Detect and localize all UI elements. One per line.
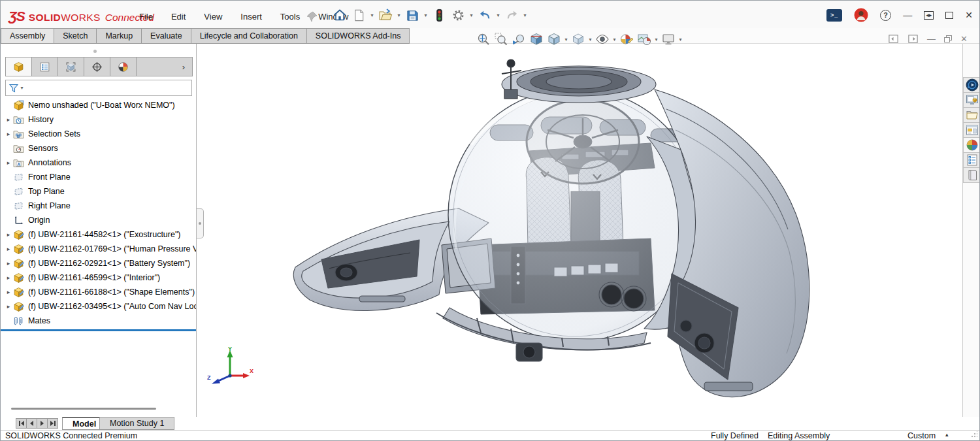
dock-panes-icon[interactable]: ◂▸	[924, 11, 934, 20]
expand-arrow[interactable]: ▸	[4, 289, 13, 295]
tab-lifecycle-collaboration[interactable]: Lifecycle and Collaboration	[191, 28, 307, 44]
doc-restore-icon[interactable]	[944, 35, 952, 42]
section-view-icon[interactable]	[528, 31, 545, 48]
tree-item-sensors[interactable]: Sensors	[1, 141, 196, 155]
displaymanager-icon[interactable]	[110, 57, 137, 76]
tab-solidworks-addins[interactable]: SOLIDWORKS Add-Ins	[307, 28, 410, 44]
new-document-button[interactable]	[350, 7, 367, 24]
prev-tab-icon[interactable]	[26, 418, 37, 429]
menu-tools[interactable]: Tools	[280, 12, 300, 22]
tree-item-top-plane[interactable]: Top Plane	[1, 184, 196, 199]
submarine-model[interactable]	[281, 52, 818, 409]
redo-dropdown[interactable]: ▾	[522, 12, 528, 18]
hide-show-items-icon[interactable]	[594, 31, 611, 48]
menu-insert[interactable]: Insert	[240, 12, 262, 22]
options-button[interactable]	[449, 7, 466, 24]
expand-arrow[interactable]: ▸	[4, 131, 13, 137]
previous-view-icon[interactable]	[510, 31, 527, 48]
tree-filter-box[interactable]: ▾	[5, 80, 192, 96]
tree-item-component[interactable]: ▸(f) UBW-21161-46599<1> ("Interior")	[1, 270, 196, 285]
tree-item-component[interactable]: ▸(f) UBW-21161-66188<1> ("Shape Elements…	[1, 285, 196, 299]
save-button[interactable]	[404, 7, 421, 24]
expand-arrow[interactable]: ▸	[4, 159, 13, 166]
tree-item-component[interactable]: ▸(f) UBW-21161-44582<1> ("Exostructure")	[1, 227, 196, 242]
terminal-icon[interactable]: >_	[826, 9, 842, 22]
resize-grip[interactable]	[971, 431, 977, 438]
tree-item-origin[interactable]: Origin	[1, 213, 196, 227]
propertymanager-icon[interactable]	[32, 57, 58, 76]
menu-file[interactable]: File	[139, 12, 153, 22]
menu-view[interactable]: View	[204, 12, 222, 22]
tree-item-right-plane[interactable]: Right Plane	[1, 199, 196, 213]
rebuild-button[interactable]	[431, 7, 448, 24]
pin-menu-icon[interactable]	[306, 10, 318, 22]
dimxpertmanager-icon[interactable]	[84, 57, 110, 76]
display-style-icon[interactable]	[570, 31, 587, 48]
design-library-icon[interactable]	[963, 107, 980, 123]
graphics-viewport[interactable]: Y X Z	[197, 44, 962, 417]
help-icon[interactable]: ?	[880, 10, 891, 21]
user-avatar[interactable]	[854, 8, 868, 22]
view-settings-dropdown[interactable]: ▾	[678, 37, 683, 42]
expand-arrow[interactable]: ▸	[4, 116, 13, 123]
tree-item-component[interactable]: ▸(f) UBW-21162-02921<1> ("Battery System…	[1, 256, 196, 270]
open-button[interactable]	[377, 7, 394, 24]
maximize-icon[interactable]	[945, 12, 953, 19]
edit-appearance-icon[interactable]	[618, 31, 635, 48]
expand-arrow[interactable]: ▸	[4, 231, 13, 238]
undo-dropdown[interactable]: ▾	[495, 12, 501, 18]
expand-arrow[interactable]: ▸	[4, 303, 13, 310]
appearances-scenes-icon[interactable]	[963, 137, 980, 153]
doc-minimize-icon[interactable]: —	[927, 34, 936, 44]
zoom-to-area-icon[interactable]	[493, 31, 510, 48]
minimize-icon[interactable]: —	[903, 10, 912, 20]
unit-system[interactable]: Custom	[907, 431, 936, 440]
featuremanager-tree-icon[interactable]	[6, 57, 32, 76]
custom-properties-icon[interactable]	[963, 152, 980, 168]
tab-assembly[interactable]: Assembly	[1, 28, 54, 44]
expand-arrow[interactable]: ▸	[4, 246, 13, 252]
tab-sketch[interactable]: Sketch	[54, 28, 97, 44]
document-library-icon[interactable]	[963, 167, 980, 183]
tree-item-annotations[interactable]: ▸Annotations	[1, 155, 196, 170]
apply-scene-icon[interactable]	[636, 31, 653, 48]
home-button[interactable]	[331, 7, 348, 24]
display-style-dropdown[interactable]: ▾	[587, 37, 593, 42]
save-dropdown[interactable]: ▾	[423, 12, 429, 18]
view-settings-icon[interactable]	[660, 31, 677, 48]
menu-edit[interactable]: Edit	[171, 12, 186, 22]
threedexperience-icon[interactable]	[963, 77, 980, 93]
new-dropdown[interactable]: ▾	[369, 12, 375, 18]
options-dropdown[interactable]: ▾	[468, 12, 474, 18]
first-tab-icon[interactable]	[16, 418, 27, 429]
tree-item-root[interactable]: Nemo unshaded ("U-Boat Worx NEMO")	[1, 98, 196, 112]
redo-button[interactable]	[503, 7, 520, 24]
apply-scene-dropdown[interactable]: ▾	[653, 37, 659, 42]
close-icon[interactable]: ✕	[965, 10, 973, 20]
tree-item-component[interactable]: ▸(f) UBW-21162-03495<1> ("Auto Com Nav L…	[1, 299, 196, 314]
tree-horizontal-scrollbar[interactable]	[11, 408, 156, 410]
hide-show-dropdown[interactable]: ▾	[612, 37, 617, 42]
tree-item-mates[interactable]: Mates	[1, 314, 196, 328]
view-orientation-icon[interactable]	[546, 31, 563, 48]
solidworks-resources-icon[interactable]	[963, 92, 980, 108]
tree-item-history[interactable]: ▸History	[1, 112, 196, 127]
filter-dropdown[interactable]: ▾	[19, 85, 25, 91]
tree-item-front-plane[interactable]: Front Plane	[1, 170, 196, 184]
zoom-to-fit-icon[interactable]	[475, 31, 492, 48]
next-tab-icon[interactable]	[37, 418, 48, 429]
tree-item-component[interactable]: ▸(f) UBW-21162-01769<1> ("Human Pressure…	[1, 242, 196, 256]
unit-system-dropdown[interactable]: ▴	[945, 431, 949, 438]
last-tab-icon[interactable]	[47, 418, 58, 429]
expand-arrow[interactable]: ▸	[4, 260, 13, 267]
panel-collapse-handle[interactable]	[197, 208, 204, 238]
tab-markup[interactable]: Markup	[97, 28, 142, 44]
undo-button[interactable]	[476, 7, 493, 24]
tree-item-selection-sets[interactable]: ▸Selection Sets	[1, 127, 196, 141]
panel-overflow-arrow[interactable]: ›	[175, 57, 192, 76]
rollback-bar[interactable]	[1, 329, 196, 331]
tab-motion-study-1[interactable]: Motion Study 1	[99, 417, 174, 430]
doc-close-icon[interactable]: ✕	[960, 34, 968, 44]
expand-arrow[interactable]: ▸	[4, 274, 13, 281]
panel-splitter[interactable]	[1, 44, 196, 57]
